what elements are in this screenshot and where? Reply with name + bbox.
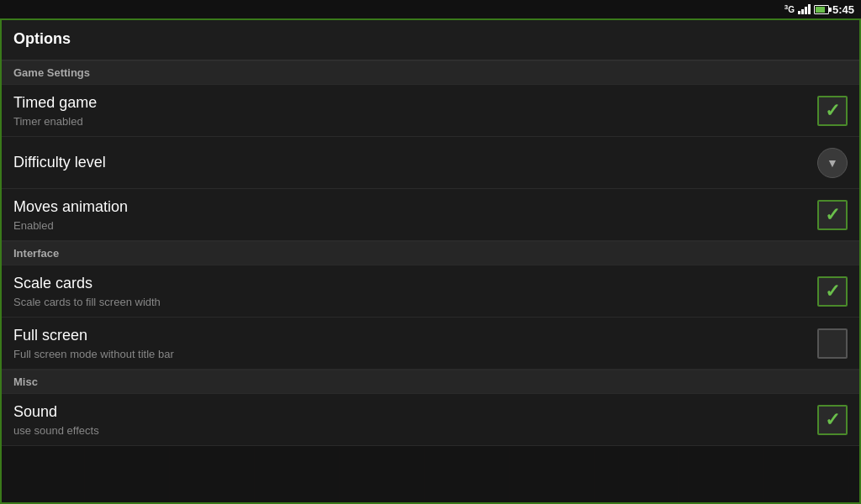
difficulty-level-title: Difficulty level: [13, 153, 817, 172]
battery-icon: [814, 5, 829, 14]
moves-animation-checkbox[interactable]: [817, 200, 848, 230]
moves-animation-subtitle: Enabled: [13, 219, 817, 232]
page-title: Options: [0, 18, 861, 60]
moves-animation-text: Moves animation Enabled: [13, 197, 817, 231]
full-screen-subtitle: Full screen mode without title bar: [13, 348, 817, 360]
moves-animation-title: Moves animation: [13, 197, 817, 217]
sound-title: Sound: [13, 402, 817, 422]
full-screen-checkbox[interactable]: [817, 328, 848, 359]
main-content: Options Game Settings Timed game Timer e…: [0, 18, 861, 504]
scale-cards-subtitle: Scale cards to fill screen width: [13, 296, 817, 308]
timed-game-text: Timed game Timer enabled: [13, 93, 817, 127]
status-time: 5:45: [832, 3, 854, 16]
sound-text: Sound use sound effects: [13, 402, 817, 436]
difficulty-level-text: Difficulty level: [13, 153, 817, 172]
timed-game-subtitle: Timer enabled: [13, 115, 817, 128]
scale-cards-row[interactable]: Scale cards Scale cards to fill screen w…: [0, 265, 861, 318]
timed-game-checkbox[interactable]: [817, 96, 848, 126]
options-container: Options Game Settings Timed game Timer e…: [0, 18, 861, 504]
chevron-down-icon: ▼: [827, 156, 838, 170]
sound-checkbox[interactable]: [817, 405, 848, 435]
difficulty-level-dropdown[interactable]: ▼: [817, 148, 848, 178]
sound-row[interactable]: Sound use sound effects: [0, 394, 861, 446]
full-screen-row[interactable]: Full screen Full screen mode without tit…: [0, 318, 861, 370]
difficulty-level-row[interactable]: Difficulty level ▼: [0, 137, 861, 189]
signal-icon: [798, 4, 811, 14]
section-header-misc: Misc: [0, 370, 861, 394]
section-header-interface: Interface: [0, 241, 861, 265]
timed-game-row[interactable]: Timed game Timer enabled: [0, 85, 861, 137]
timed-game-title: Timed game: [13, 93, 817, 113]
status-bar: 3G 5:45: [0, 0, 861, 18]
sound-subtitle: use sound effects: [13, 424, 817, 437]
scale-cards-checkbox[interactable]: [817, 276, 848, 307]
scale-cards-title: Scale cards: [13, 274, 817, 293]
left-border: [0, 18, 2, 504]
full-screen-text: Full screen Full screen mode without tit…: [13, 326, 817, 360]
data-icon: 3G: [784, 3, 795, 14]
scale-cards-text: Scale cards Scale cards to fill screen w…: [13, 274, 817, 307]
section-header-game-settings: Game Settings: [0, 60, 861, 85]
moves-animation-row[interactable]: Moves animation Enabled: [0, 189, 861, 241]
full-screen-title: Full screen: [13, 326, 817, 345]
status-icons: 3G 5:45: [784, 3, 854, 16]
